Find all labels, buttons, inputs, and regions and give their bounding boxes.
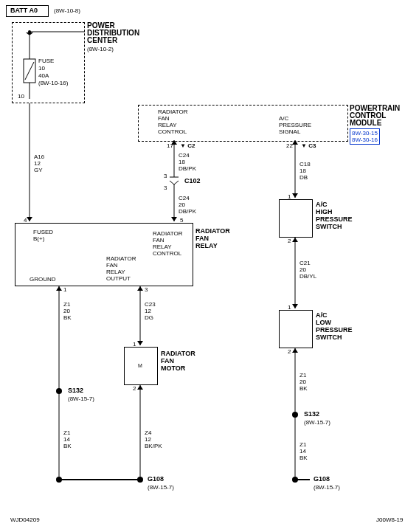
hp-switch-box [279,199,313,238]
s132-l-ref: (8W-15-7) [68,395,94,402]
pcm-out2-pin: 22 [286,142,293,149]
g108-r: G108 [314,475,330,483]
hp-pin2: 2 [288,238,291,244]
s132-r: S132 [304,410,319,418]
fuse-label: FUSE [38,58,54,64]
s132-r-ref: (8W-15-7) [304,419,330,426]
pcm-title: POWERTRAIN CONTROL MODULE [350,105,400,127]
w7: C23 12 DG [145,301,156,321]
relay-in2-label: RADIATOR FAN RELAY CONTROL [153,230,183,257]
relay-out2-label: RADIATOR FAN RELAY OUTPUT [106,255,136,282]
g108-l-ref: (8W-15-7) [148,484,174,491]
footer-right: J00W8-19 [376,517,403,523]
w2: C24 18 DB/PK [179,152,196,172]
svg-marker-24 [292,238,298,242]
hp-title: A/C HIGH PRESSURE SWITCH [316,201,353,230]
svg-marker-44 [137,286,143,291]
pdc-title: POWER DISTRIBUTION CENTER [87,22,139,44]
fuse-rating: 40A [38,72,49,79]
lp-pin1: 1 [288,304,291,311]
relay-out1-pin: 1 [63,286,66,293]
svg-point-38 [56,388,62,394]
svg-marker-31 [292,348,298,353]
svg-marker-9 [27,217,32,221]
c102-pin-bot: 3 [164,184,167,191]
svg-marker-18 [292,193,298,198]
pcm-out1-pin: 17 [167,142,173,149]
svg-marker-45 [137,341,143,345]
svg-marker-15 [171,217,177,221]
pcm-out2-conn: ▼ C3 [301,142,316,149]
relay-in1-label: FUSED B(+) [33,229,53,242]
pdc-ref: (8W-10-2) [87,46,114,52]
batt-a0-box: BATT A0 [6,5,49,17]
svg-marker-37 [56,286,62,291]
pcm-ref1: 8W-30-15 [352,130,378,137]
g108-r-ref: (8W-15-7) [314,484,340,491]
wiring-diagram: BATT A0 (8W-10-8) POWER DISTRIBUTION CEN… [0,0,419,532]
pcm-out2-label: A/C PRESSURE SIGNAL [279,115,311,135]
pcm-out1-conn: ▼ C2 [180,142,195,149]
header-ref: (8W-10-8) [54,7,80,14]
header-title: BATT A0 [10,7,38,14]
lp-switch-box [279,310,313,348]
motor-title: RADIATOR FAN MOTOR [161,350,195,372]
footer-left: WJD04209 [10,517,40,523]
pcm-out1-label: RADIATOR FAN RELAY CONTROL [158,108,188,135]
fuse-ref: (8W-10-16) [38,80,68,86]
hp-pin1: 1 [288,193,291,200]
svg-marker-25 [292,304,298,308]
w8: Z1 20 BK [299,372,308,392]
relay-out1-label: GROUND [30,276,56,283]
lp-pin2: 2 [288,348,291,355]
svg-point-34 [292,477,298,483]
motor-pin2: 2 [133,385,136,392]
s132-l: S132 [68,387,83,394]
g108-l: G108 [148,475,164,483]
w10: Z4 12 BK/PK [145,429,162,449]
w9: Z1 14 BK [63,429,72,449]
svg-point-42 [137,477,143,483]
svg-point-40 [56,477,62,483]
motor-sym: M [138,362,142,369]
c102-pin-top: 3 [164,173,167,179]
relay-out2-pin: 3 [145,286,148,293]
svg-marker-54 [137,385,143,390]
w5: C21 20 DB/YL [299,260,316,280]
pcm-link[interactable]: 8W-30-15 8W-30-16 [350,128,380,145]
svg-point-32 [292,412,298,418]
w1: A16 12 GY [34,153,44,173]
relay-in1-pin: 4 [24,217,27,224]
w3: C18 18 DB [299,161,311,181]
lp-title: A/C LOW PRESSURE SWITCH [316,311,353,341]
pcm-ref2: 8W-30-16 [352,137,378,143]
w4: C24 20 DB/PK [179,195,196,215]
relay-in2-pin: 5 [180,217,183,224]
c102-label: C102 [184,177,201,184]
w11: Z1 14 BK [299,441,308,461]
fuse-num: 10 [38,65,45,72]
motor-pin1: 1 [133,341,136,348]
relay-title: RADIATOR FAN RELAY [195,227,230,249]
w6: Z1 20 BK [63,301,72,321]
fuse-pin: 10 [18,93,24,100]
